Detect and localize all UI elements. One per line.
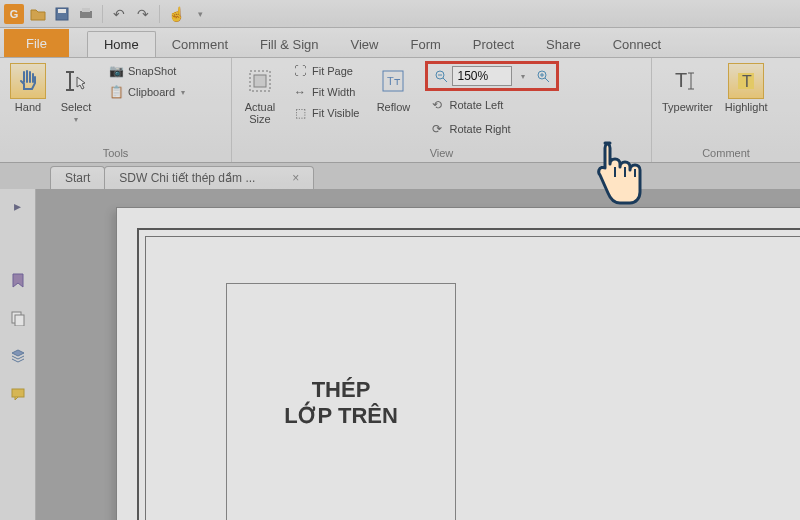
doc-text-line1: THÉP — [312, 377, 371, 403]
camera-icon: 📷 — [108, 63, 124, 79]
select-cursor-icon — [62, 67, 90, 95]
comments-icon[interactable] — [7, 383, 29, 405]
svg-rect-1 — [58, 9, 66, 13]
group-label-view: View — [232, 145, 651, 162]
fit-visible-button[interactable]: ⬚Fit Visible — [288, 103, 363, 123]
rotate-right-icon: ⟳ — [429, 121, 445, 137]
quick-toolbar: G ↶ ↷ ☝ ▾ — [0, 0, 800, 28]
actual-size-button[interactable]: Actual Size — [236, 61, 284, 127]
fit-page-button[interactable]: ⛶Fit Page — [288, 61, 363, 81]
zoom-in-icon — [536, 69, 550, 83]
bookmarks-icon[interactable] — [7, 269, 29, 291]
typewriter-icon: T — [673, 67, 701, 95]
zoom-in-button[interactable] — [534, 67, 552, 85]
ribbon-tabs: File Home Comment Fill & Sign View Form … — [0, 28, 800, 58]
rotate-right-button[interactable]: ⟳Rotate Right — [425, 119, 559, 139]
sidebar-expand-icon[interactable]: ▸ — [7, 195, 29, 217]
print-icon[interactable] — [76, 4, 96, 24]
reflow-button[interactable]: Tᴛ Reflow — [369, 61, 417, 115]
svg-text:T: T — [742, 73, 752, 90]
snapshot-button[interactable]: 📷SnapShot — [104, 61, 189, 81]
svg-line-9 — [443, 78, 447, 82]
svg-rect-5 — [254, 75, 266, 87]
highlight-button[interactable]: T Highlight — [719, 61, 774, 115]
document-tabs: Start SDW Chi tiết thép dầm ...× — [0, 163, 800, 189]
doc-text-line2: LỚP TRÊN — [284, 403, 398, 429]
rotate-left-icon: ⟲ — [429, 97, 445, 113]
pages-icon[interactable] — [7, 307, 29, 329]
fit-visible-icon: ⬚ — [292, 105, 308, 121]
undo-icon[interactable]: ↶ — [109, 4, 129, 24]
zoom-out-button[interactable] — [432, 67, 450, 85]
layers-icon[interactable] — [7, 345, 29, 367]
tab-fill-sign[interactable]: Fill & Sign — [244, 32, 335, 57]
tab-view[interactable]: View — [335, 32, 395, 57]
svg-line-12 — [545, 78, 549, 82]
svg-rect-22 — [15, 315, 24, 326]
doctab-document[interactable]: SDW Chi tiết thép dầm ...× — [104, 166, 314, 189]
doctab-start[interactable]: Start — [50, 166, 105, 189]
app-logo-icon[interactable]: G — [4, 4, 24, 24]
svg-text:Tᴛ: Tᴛ — [387, 75, 401, 87]
tab-home[interactable]: Home — [87, 31, 156, 57]
svg-rect-2 — [80, 11, 92, 18]
close-tab-icon[interactable]: × — [292, 171, 299, 185]
group-label-tools: Tools — [0, 145, 231, 162]
tab-form[interactable]: Form — [394, 32, 456, 57]
svg-text:T: T — [675, 69, 687, 91]
hand-icon — [14, 67, 42, 95]
dropdown-icon[interactable]: ▾ — [190, 4, 210, 24]
fit-width-icon: ↔ — [292, 84, 308, 100]
actual-size-icon — [246, 67, 274, 95]
svg-rect-3 — [82, 8, 90, 12]
rotate-left-button[interactable]: ⟲Rotate Left — [425, 95, 559, 115]
file-tab[interactable]: File — [4, 29, 69, 57]
zoom-dropdown[interactable]: ▾ — [514, 67, 532, 85]
fit-page-icon: ⛶ — [292, 63, 308, 79]
hand-pointer-icon[interactable]: ☝ — [166, 4, 186, 24]
page: THÉP LỚP TRÊN — [116, 207, 800, 520]
clipboard-button[interactable]: 📋Clipboard▾ — [104, 82, 189, 102]
redo-icon[interactable]: ↷ — [133, 4, 153, 24]
text-block: THÉP LỚP TRÊN — [226, 283, 456, 520]
typewriter-button[interactable]: T Typewriter — [656, 61, 719, 115]
sidebar-panel: ▸ — [0, 189, 36, 520]
tab-comment[interactable]: Comment — [156, 32, 244, 57]
zoom-out-icon — [434, 69, 448, 83]
open-icon[interactable] — [28, 4, 48, 24]
save-icon[interactable] — [52, 4, 72, 24]
svg-rect-23 — [12, 389, 24, 397]
document-canvas[interactable]: THÉP LỚP TRÊN — [36, 189, 800, 520]
select-button[interactable]: Select ▾ — [52, 61, 100, 126]
zoom-control: ▾ — [425, 61, 559, 91]
highlight-icon: T — [732, 67, 760, 95]
fit-width-button[interactable]: ↔Fit Width — [288, 82, 363, 102]
reflow-icon: Tᴛ — [379, 67, 407, 95]
tab-protect[interactable]: Protect — [457, 32, 530, 57]
group-label-comment: Comment — [652, 145, 800, 162]
tab-share[interactable]: Share — [530, 32, 597, 57]
zoom-input[interactable] — [452, 66, 512, 86]
ribbon: Hand Select ▾ 📷SnapShot 📋Clipboard▾ Tool… — [0, 58, 800, 163]
tab-connect[interactable]: Connect — [597, 32, 677, 57]
hand-button[interactable]: Hand — [4, 61, 52, 115]
clipboard-icon: 📋 — [108, 84, 124, 100]
content-area: ▸ THÉP LỚP TRÊN — [0, 189, 800, 520]
